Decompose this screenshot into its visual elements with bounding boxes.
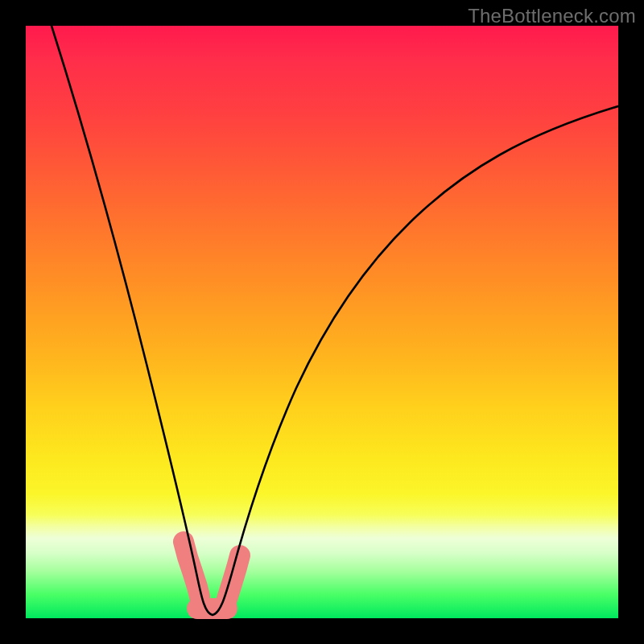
chart-frame: TheBottleneck.com	[0, 0, 644, 644]
chart-svg	[26, 26, 618, 618]
highlight-segment-right	[227, 555, 240, 599]
watermark-text: TheBottleneck.com	[468, 5, 636, 27]
bottleneck-curve	[52, 26, 618, 615]
chart-plot-area	[26, 26, 618, 618]
